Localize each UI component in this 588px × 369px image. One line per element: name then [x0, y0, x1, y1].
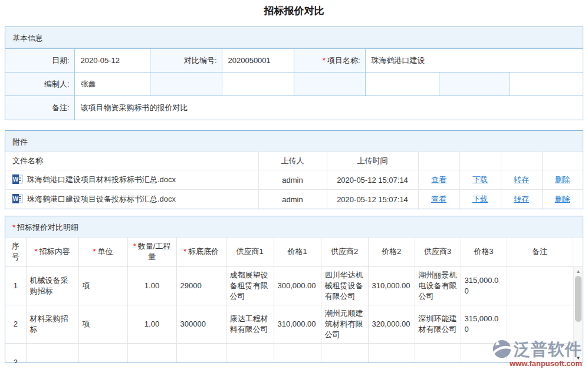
attachments-section-header: 附件	[5, 131, 583, 152]
cell-quantity: 1.00	[127, 267, 176, 305]
col-quantity: *数量/工程量	[127, 238, 176, 266]
cell-unit: 项	[78, 267, 127, 305]
cell-remark	[507, 344, 573, 363]
col-action	[418, 152, 459, 170]
date-value: 2020-05-12	[74, 49, 150, 73]
compare-no-label: 对比编号:	[150, 49, 222, 73]
cell-quantity	[127, 344, 176, 363]
basic-info-section-header: 基本信息	[5, 27, 583, 48]
scrollbar-gutter	[573, 238, 583, 266]
scrollbar-thumb[interactable]	[575, 276, 582, 322]
scroll-up-icon[interactable]: ▲	[574, 268, 583, 275]
scroll-down-icon[interactable]: ▼	[574, 354, 583, 362]
cell-price3	[461, 344, 507, 363]
empty-label-cell	[439, 73, 510, 96]
col-bid-content: *招标内容	[26, 238, 78, 266]
cell-supplier2: 潮州元顺建筑材料有限公司	[321, 305, 368, 344]
col-price3: 价格3	[461, 238, 507, 266]
cell-price3: 315,000.00	[461, 305, 507, 344]
col-upload-time: 上传时间	[327, 152, 418, 170]
project-name-value: 珠海鹤港口建设	[365, 49, 583, 73]
vertical-scrollbar[interactable]: ▲ ▼	[573, 267, 583, 363]
transfer-link[interactable]: 转存	[514, 195, 529, 203]
detail-body-table: 1 机械设备采购招标 项 1.00 29000 成都展望设备租赁有限公司 300…	[5, 267, 573, 363]
cell-quantity: 1.00	[127, 305, 176, 344]
cell-price2: 310,000.00	[368, 267, 415, 305]
cell-unit	[78, 344, 127, 363]
cell-seq: 2	[5, 305, 26, 344]
cell-seq: 3	[5, 344, 26, 363]
cell-supplier1	[226, 344, 274, 363]
col-seq: 序号	[5, 238, 26, 266]
detail-section: *招标报价对比明细 序号 *招标内容 *单位 *数量/工程量 *标底底价 供应商…	[5, 216, 583, 363]
delete-link[interactable]: 删除	[555, 195, 570, 203]
cell-base-price: 300000	[176, 305, 226, 344]
basic-info-row-1: 日期: 2020-05-12 对比编号: 2020050001 *项目名称: 珠…	[5, 49, 583, 73]
word-file-icon: W	[12, 194, 23, 205]
attachment-uploader: admin	[258, 190, 327, 209]
col-action	[542, 152, 583, 170]
col-file-name: 文件名称	[5, 152, 258, 170]
cell-supplier3	[415, 344, 461, 363]
basic-info-table: 日期: 2020-05-12 对比编号: 2020050001 *项目名称: 珠…	[5, 48, 583, 120]
attachment-upload-time: 2020-05-12 15:07:14	[327, 190, 418, 209]
detail-row: 3	[5, 344, 573, 363]
attachment-row: W 珠海鹤港口建设项目材料投标标书汇总.docx admin 2020-05-1…	[5, 170, 583, 190]
detail-header-row: 序号 *招标内容 *单位 *数量/工程量 *标底底价 供应商1 价格1 供应商2…	[5, 238, 583, 266]
project-name-label: *项目名称:	[294, 49, 365, 73]
download-link[interactable]: 下载	[472, 175, 488, 184]
svg-text:W: W	[13, 196, 19, 202]
col-action	[459, 152, 501, 170]
col-remark: 备注	[507, 238, 573, 266]
required-asterisk: *	[323, 56, 326, 65]
project-name-label-text: 项目名称:	[327, 56, 360, 65]
preparer-value: 张鑫	[74, 73, 150, 96]
preparer-label: 编制人:	[5, 73, 74, 96]
empty-value-cell	[510, 73, 583, 96]
cell-price2: 320,000.00	[368, 305, 415, 344]
attachments-header-row: 文件名称 上传人 上传时间	[5, 152, 583, 170]
basic-info-section: 基本信息 日期: 2020-05-12 对比编号: 2020050001 *项目…	[5, 27, 583, 120]
detail-section-title: 招标报价对比明细	[17, 223, 78, 232]
empty-value-cell	[222, 73, 294, 96]
col-price1: 价格1	[274, 238, 321, 266]
detail-row: 1 机械设备采购招标 项 1.00 29000 成都展望设备租赁有限公司 300…	[5, 267, 573, 305]
cell-remark	[507, 305, 573, 344]
detail-section-header: *招标报价对比明细	[5, 216, 583, 238]
view-link[interactable]: 查看	[431, 195, 446, 203]
svg-text:W: W	[13, 176, 19, 183]
col-uploader: 上传人	[258, 152, 327, 170]
attachments-table: 文件名称 上传人 上传时间 W	[5, 152, 583, 209]
cell-supplier3: 深圳环能建材有限公司	[415, 305, 461, 344]
remark-value: 该项目物资采购标书的报价对比	[74, 96, 583, 120]
attachment-upload-time: 2020-05-12 15:07:14	[327, 170, 418, 190]
download-link[interactable]: 下载	[472, 195, 488, 203]
col-supplier3: 供应商3	[415, 238, 461, 266]
attachment-uploader: admin	[258, 170, 327, 190]
page-title: 招标报价对比	[0, 5, 588, 18]
attachment-file-name: 珠海鹤港口建设项目设备投标标书汇总.docx	[27, 194, 176, 205]
basic-info-row-3: 备注: 该项目物资采购标书的报价对比	[5, 96, 583, 120]
transfer-link[interactable]: 转存	[514, 175, 529, 184]
cell-bid-content	[26, 344, 78, 363]
attachment-file-name: 珠海鹤港口建设项目材料投标标书汇总.docx	[27, 174, 176, 185]
cell-price3: 315,000.00	[461, 267, 507, 305]
view-link[interactable]: 查看	[431, 175, 446, 184]
cell-price1	[274, 344, 321, 363]
detail-row: 2 材料采购招标 项 1.00 300000 康达工程材料有限公司 310,00…	[5, 305, 573, 344]
cell-supplier2: 四川华达机械租赁设备有限公司	[321, 267, 368, 305]
basic-info-row-2: 编制人: 张鑫	[5, 73, 583, 96]
cell-supplier3: 湖州丽景机电设备有限公司	[415, 267, 461, 305]
empty-label-cell	[294, 73, 365, 96]
compare-no-value: 2020050001	[222, 49, 294, 73]
col-supplier1: 供应商1	[226, 238, 274, 266]
col-supplier2: 供应商2	[321, 238, 368, 266]
delete-link[interactable]: 删除	[555, 175, 570, 184]
empty-value-cell	[365, 73, 439, 96]
cell-base-price: 29000	[176, 267, 226, 305]
cell-base-price	[176, 344, 226, 363]
cell-seq: 1	[5, 267, 26, 305]
cell-unit: 项	[78, 305, 127, 344]
col-unit: *单位	[78, 238, 127, 266]
cell-supplier1: 成都展望设备租赁有限公司	[226, 267, 274, 305]
